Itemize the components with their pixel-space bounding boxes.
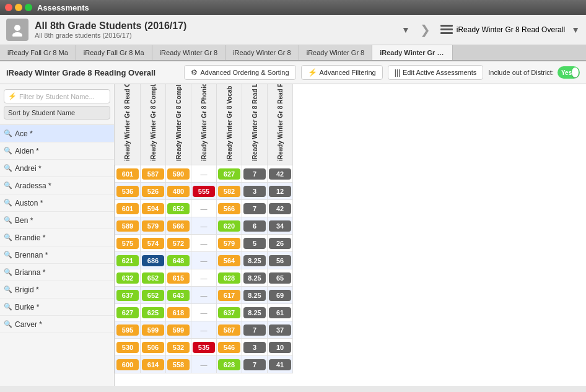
table-cell: 558 (166, 356, 191, 373)
cell-value: 617 (218, 290, 240, 301)
table-row: 637652643—6178.2569 (115, 287, 293, 304)
tab-1[interactable]: iReady Fall Gr 8 Ma (76, 45, 152, 60)
table-cell: 7 (242, 200, 268, 217)
cell-value: 3 (243, 186, 266, 197)
cell-value: 594 (142, 203, 164, 214)
table-cell: 618 (166, 304, 191, 321)
tab-2[interactable]: iReady Winter Gr 8 (152, 45, 226, 60)
table-cell: 42 (268, 165, 293, 183)
maximize-window-btn[interactable] (25, 4, 32, 11)
close-tab-btn[interactable]: ✕ (445, 50, 450, 56)
student-row[interactable]: 🔍Burke * (0, 298, 114, 316)
table-cell: 628 (217, 269, 242, 287)
cell-value: 6 (243, 220, 266, 232)
tab-0[interactable]: iReady Fall Gr 8 Ma (0, 45, 76, 60)
cell-value: 480 (167, 186, 190, 197)
student-name: Burke * (15, 303, 39, 311)
close-window-btn[interactable] (5, 4, 12, 11)
cell-value: 590 (167, 168, 190, 180)
student-row[interactable]: 🔍Brianna * (0, 264, 114, 281)
table-row: 621686648—5648.2556 (115, 252, 293, 269)
student-name: Auston * (15, 199, 43, 207)
table-cell: 574 (141, 235, 166, 252)
cell-value: 574 (142, 238, 164, 249)
table-cell: 8.25 (242, 269, 268, 287)
cell-value: 8.25 (243, 290, 266, 301)
table-row: 595599599—587737 (115, 321, 293, 339)
ordering-sorting-btn[interactable]: ⚙ Advanced Ordering & Sorting (184, 65, 295, 80)
cell-value: 579 (218, 238, 240, 249)
column-header: iReady Winter Gr 8 Vocab (217, 84, 242, 165)
cell-value: 532 (167, 342, 190, 353)
filter-input-container[interactable]: ⚡ Filter by Student Name... (4, 89, 110, 103)
cell-value: 627 (218, 168, 240, 180)
table-cell: 617 (217, 287, 242, 304)
cell-value: 8.25 (243, 307, 266, 318)
cell-value: 26 (269, 238, 291, 249)
student-row[interactable]: 🔍Brigid * (0, 281, 114, 298)
tab-4[interactable]: iReady Winter Gr 8 (299, 45, 373, 60)
col-header-label: iReady Winter Gr 8 CompLit (150, 87, 157, 161)
student-row[interactable]: 🔍Brandie * (0, 229, 114, 246)
search-icon: 🔍 (4, 268, 12, 276)
table-cell: — (191, 321, 217, 339)
student-row[interactable]: 🔍Aiden * (0, 142, 114, 160)
cell-value: 575 (116, 238, 139, 249)
table-cell: 65 (268, 269, 293, 287)
table-cell: 637 (115, 287, 141, 304)
table-cell: 632 (115, 269, 141, 287)
cell-value: 627 (116, 307, 139, 318)
student-row[interactable]: 🔍Brennan * (0, 246, 114, 264)
cell-value: 7 (243, 324, 266, 336)
table-cell: — (191, 217, 217, 235)
minimize-window-btn[interactable] (15, 4, 22, 11)
student-row[interactable]: 🔍Aradessa * (0, 177, 114, 194)
table-cell: 7 (242, 356, 268, 373)
table-cell: 37 (268, 321, 293, 339)
include-district-toggle[interactable]: Yes (558, 66, 580, 79)
student-name: Brennan * (15, 251, 48, 259)
sort-by-name-btn[interactable]: Sort by Student Name (4, 106, 110, 120)
svg-point-1 (12, 32, 22, 37)
table-cell: 546 (217, 339, 242, 356)
table-cell: 536 (115, 183, 141, 200)
assessment-dropdown-btn[interactable]: ▼ (571, 25, 580, 35)
tab-3[interactable]: iReady Winter Gr 8 (225, 45, 299, 60)
table-cell: 601 (115, 200, 141, 217)
table-cell: 594 (141, 200, 166, 217)
table-cell: 3 (242, 339, 268, 356)
table-cell: 572 (166, 235, 191, 252)
window-controls (5, 4, 32, 11)
cell-value: 648 (167, 255, 190, 266)
chart-icon: ||| (395, 68, 400, 77)
filtering-btn[interactable]: ⚡ Advanced Filtering (301, 65, 383, 80)
list-icon (440, 25, 453, 35)
group-title: All 8th Grade Students (2016/17) (35, 20, 395, 32)
table-cell: 5 (242, 235, 268, 252)
left-panel: ⚡ Filter by Student Name... Sort by Stud… (0, 84, 115, 386)
student-row[interactable]: 🔍Auston * (0, 194, 114, 212)
table-cell: 625 (141, 304, 166, 321)
cell-value: 595 (116, 324, 139, 336)
student-name: Andrei * (15, 164, 42, 173)
student-name: Carver * (15, 320, 42, 329)
cell-value: — (201, 170, 208, 178)
table-row: 601594652—566742 (115, 200, 293, 217)
cell-value: 65 (269, 272, 291, 284)
student-row[interactable]: 🔍Ben * (0, 212, 114, 229)
student-row[interactable]: 🔍Ace * (0, 125, 114, 142)
search-icon: 🔍 (4, 199, 12, 207)
tab-5[interactable]: iReady Winter Gr 8 ✕ (372, 45, 453, 61)
student-row[interactable]: 🔍Andrei * (0, 160, 114, 177)
student-row[interactable]: 🔍Carver * (0, 316, 114, 333)
table-cell: 643 (166, 287, 191, 304)
cell-value: 555 (193, 186, 215, 197)
group-dropdown-btn[interactable]: ▼ (401, 25, 410, 35)
cell-value: 8.25 (243, 272, 266, 284)
cell-value: 546 (218, 342, 240, 353)
table-cell: 3 (242, 183, 268, 200)
table-row: 536526480555582312 (115, 183, 293, 200)
col-header-label: iReady Winter Gr 8 Phonics (201, 87, 208, 161)
table-cell: 480 (166, 183, 191, 200)
active-assessments-btn[interactable]: ||| Edit Active Assessments (388, 65, 484, 80)
